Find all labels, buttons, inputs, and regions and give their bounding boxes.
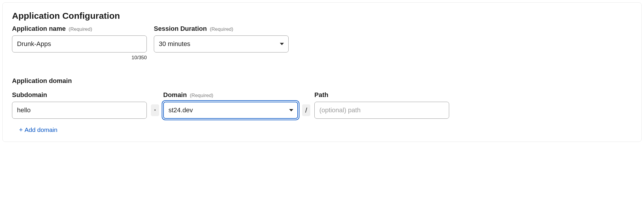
subdomain-label: Subdomain bbox=[12, 91, 47, 99]
session-duration-value: 30 minutes bbox=[159, 40, 190, 48]
session-duration-label: Session Duration bbox=[154, 25, 207, 33]
domain-select-wrap: st24.dev bbox=[163, 102, 298, 119]
subdomain-input[interactable] bbox=[12, 102, 147, 119]
add-domain-button[interactable]: + Add domain bbox=[19, 126, 57, 133]
domain-label: Domain bbox=[163, 91, 187, 99]
session-duration-field: Session Duration (Required) 30 minutes bbox=[154, 25, 289, 52]
configuration-panel: Application Configuration Application na… bbox=[2, 2, 642, 142]
section-title: Application Configuration bbox=[12, 11, 632, 21]
dot-icon: · bbox=[154, 107, 156, 113]
subdomain-field: Subdomain bbox=[12, 91, 147, 119]
application-domain-title: Application domain bbox=[12, 77, 632, 85]
session-duration-label-row: Session Duration (Required) bbox=[154, 25, 289, 33]
path-field: Path bbox=[314, 91, 449, 119]
domain-field: Domain (Required) st24.dev bbox=[163, 91, 298, 119]
domain-select[interactable]: st24.dev bbox=[163, 102, 298, 119]
application-name-label-row: Application name (Required) bbox=[12, 25, 147, 33]
domain-row: Subdomain · Domain (Required) st24.dev / bbox=[12, 91, 632, 119]
subdomain-label-row: Subdomain bbox=[12, 91, 147, 99]
session-duration-select-wrap: 30 minutes bbox=[154, 35, 289, 52]
application-name-field: Application name (Required) 10/350 bbox=[12, 25, 147, 61]
application-name-label: Application name bbox=[12, 25, 66, 33]
session-duration-required: (Required) bbox=[210, 26, 233, 32]
add-domain-label: Add domain bbox=[25, 126, 57, 133]
plus-icon: + bbox=[19, 127, 23, 133]
slash-icon: / bbox=[305, 107, 307, 114]
domain-required: (Required) bbox=[190, 93, 213, 98]
path-label: Path bbox=[314, 91, 328, 99]
domain-label-row: Domain (Required) bbox=[163, 91, 298, 99]
dot-separator: · bbox=[151, 104, 159, 116]
top-fields-row: Application name (Required) 10/350 Sessi… bbox=[12, 25, 632, 61]
path-label-row: Path bbox=[314, 91, 449, 99]
application-name-required: (Required) bbox=[69, 26, 92, 32]
application-name-counter: 10/350 bbox=[12, 55, 147, 61]
session-duration-select[interactable]: 30 minutes bbox=[154, 35, 289, 52]
application-name-input[interactable] bbox=[12, 35, 147, 52]
domain-value: st24.dev bbox=[168, 106, 193, 114]
path-input[interactable] bbox=[314, 102, 449, 119]
slash-separator: / bbox=[302, 104, 310, 116]
